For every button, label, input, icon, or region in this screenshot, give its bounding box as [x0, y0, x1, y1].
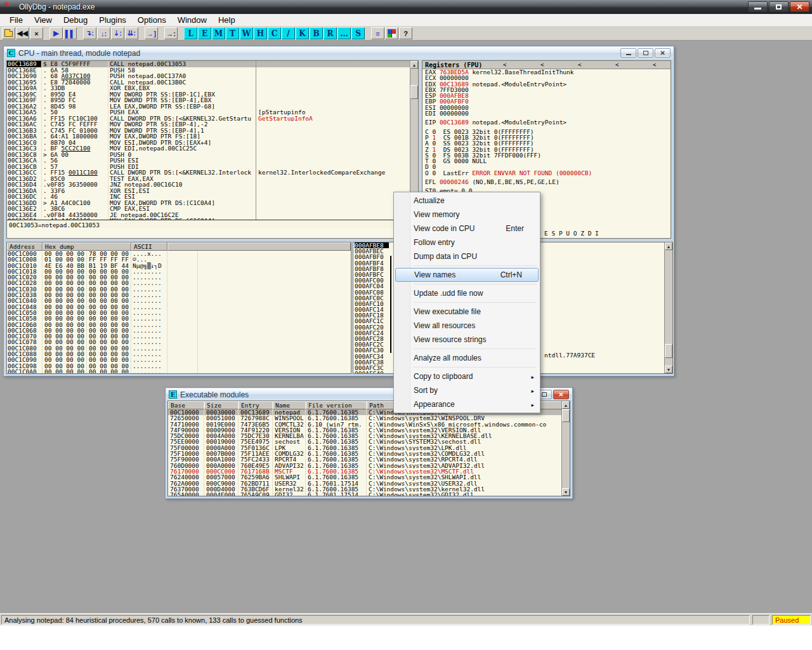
disasm-row[interactable]: 00C136C3. BF 5CC2C100MOV EDI,notepad.00C…: [7, 145, 418, 152]
disasm-row[interactable]: 00C136D2. 85C0TEST EAX,EAX: [7, 176, 418, 182]
patches-window-button[interactable]: /: [282, 27, 295, 39]
cpu-restore-button[interactable]: [638, 48, 653, 58]
cpu-window-titlebar[interactable]: C CPU - main thread, module notepad ✕: [4, 47, 673, 59]
modules-header-name[interactable]: Name: [273, 401, 306, 409]
scroll-up-icon[interactable]: ▲: [665, 242, 672, 250]
disasm-row[interactable]: 00C136E4.v0F84 44350000JE notepad.00C16C…: [7, 212, 418, 218]
menu-plugins[interactable]: Plugins: [93, 14, 132, 26]
animate-over-button[interactable]: ⇊:: [125, 27, 138, 39]
log-window-button[interactable]: L: [184, 27, 197, 39]
disasm-row[interactable]: 00C1369A. 33DBXOR EBX,EBX: [7, 85, 418, 91]
module-row[interactable]: 762A0000000C9000762BD711USER326.1.7601.1…: [168, 481, 570, 486]
register-line[interactable]: EAX 763BED5A kernel32.BaseThreadInitThun…: [422, 69, 671, 75]
disasm-row[interactable]: 00C13689$ E8 C5F9FFFFCALL notepad.00C130…: [7, 61, 418, 67]
execute-till-return-button[interactable]: →]: [145, 27, 158, 39]
register-line[interactable]: T 0 GS 0000 NULL: [422, 158, 671, 164]
menu-item-view-executable-file[interactable]: View executable file: [394, 305, 540, 319]
menu-item-appearance[interactable]: Appearance▸: [394, 397, 540, 411]
source-window-button[interactable]: S: [351, 27, 365, 39]
run-button[interactable]: ▶: [49, 27, 63, 39]
register-line[interactable]: EBP 000AFBF0: [422, 98, 671, 104]
module-row[interactable]: 74F900000000900074F91220VERSION6.1.7600.…: [168, 427, 570, 433]
disasm-row[interactable]: 00C136E2. 3BC6CMP EAX,ESI: [7, 206, 418, 212]
module-row[interactable]: 76170000000CC0007617168BMSCTF6.1.7600.16…: [168, 468, 570, 474]
stack-scrollbar[interactable]: ▲ ▼: [664, 242, 672, 373]
menu-item-view-all-resources[interactable]: View all resources: [394, 319, 540, 333]
appearance-grid-button[interactable]: [385, 27, 398, 39]
register-line[interactable]: ECX 00000000: [422, 75, 671, 81]
pause-button[interactable]: ▌▌: [63, 27, 77, 39]
register-line[interactable]: ESI 00000000: [422, 105, 671, 110]
register-line[interactable]: Z 1 DS 0023 32bit 0(FFFFFFFF): [422, 147, 671, 152]
disasm-row[interactable]: 00C136C0. 8B70 04MOV ESI,DWORD PTR DS:[E…: [7, 140, 418, 146]
disasm-row[interactable]: 00C1369C. 895D E4MOV DWORD PTR SS:[EBP-1…: [7, 91, 418, 98]
collapse-column-icon[interactable]: <: [578, 62, 581, 68]
breakpoints-window-button[interactable]: B: [310, 27, 323, 39]
disasm-row[interactable]: 00C136DA. 33F6XOR ESI,ESI: [7, 188, 418, 194]
disasm-row[interactable]: 00C13695. E8 72040000CALL notepad.00C13B…: [7, 79, 418, 86]
disasm-row[interactable]: 00C136BA. 64:A1 1800000MOV EAX,DWORD PTR…: [7, 133, 418, 140]
handles-window-button[interactable]: H: [254, 27, 267, 39]
close-button[interactable]: ✕: [790, 1, 809, 12]
disasm-row[interactable]: 00C136CB. 57PUSH EDI: [7, 164, 418, 170]
register-line[interactable]: O 0 LastErr ERROR_ENVVAR_NOT_FOUND (0000…: [422, 170, 671, 176]
disasm-row[interactable]: 00C136CC. FF15 0011C100CALL DWORD PTR DS…: [7, 169, 418, 176]
register-line[interactable]: EIP 00C13689 notepad.<ModuleEntryPoint>: [422, 119, 671, 125]
register-line[interactable]: A 0 SS 0023 32bit 0(FFFFFFFF): [422, 140, 671, 146]
disasm-row[interactable]: 00C1368E. 6A 58PUSH 58: [7, 67, 418, 74]
hex-dump-pane[interactable]: Address Hex dump ASCII 00C1C00000 00 00 …: [6, 242, 351, 374]
menu-item-sort-by[interactable]: Sort by▸: [394, 383, 540, 397]
restart-button[interactable]: ◀◀: [16, 27, 29, 39]
register-line[interactable]: EBX 7FFD3000: [422, 87, 671, 93]
menu-item-copy-to-clipboard[interactable]: Copy to clipboard▸: [394, 369, 540, 383]
disasm-row[interactable]: 00C136AC. C745 FC FEFFFMOV DWORD PTR SS:…: [7, 121, 418, 128]
register-line[interactable]: EDX 00C13689 notepad.<ModuleEntryPoint>: [422, 81, 671, 87]
close-program-button[interactable]: ×: [30, 27, 43, 39]
step-into-button[interactable]: ↴:: [83, 27, 96, 39]
register-line[interactable]: EDI 00000000: [422, 110, 671, 116]
help-button[interactable]: ?: [399, 27, 412, 39]
menu-options[interactable]: Options: [132, 14, 172, 26]
references-window-button[interactable]: R: [324, 27, 337, 39]
threads-window-button[interactable]: T: [226, 27, 239, 39]
module-row[interactable]: 75F000000000A00075F0136CLPK6.1.7600.1638…: [168, 445, 570, 451]
module-row[interactable]: 760D0000000A0000760E49E5ADVAPI326.1.7600…: [168, 463, 570, 468]
menu-item-view-names[interactable]: View namesCtrl+N: [395, 268, 539, 282]
module-row[interactable]: 747100000019E0007473E6B5COMCTL326.10 (wi…: [168, 421, 570, 427]
menu-window[interactable]: Window: [172, 14, 213, 26]
register-line[interactable]: EFL 00000246 (NO,NB,E,BE,NS,PE,GE,LE): [422, 179, 671, 185]
collapse-column-icon[interactable]: <: [615, 62, 619, 68]
disasm-row[interactable]: 00C136D4.v0F85 36350000JNZ notepad.00C16…: [7, 182, 418, 188]
module-row[interactable]: 765A00000004E000765A9C09GDI326.1.7601.17…: [168, 492, 570, 496]
call-stack-window-button[interactable]: K: [296, 27, 309, 39]
menu-item-dump-data-in-cpu[interactable]: Dump data in CPU: [394, 249, 540, 263]
cpu-window-button[interactable]: C: [268, 27, 281, 39]
collapse-column-icon[interactable]: <: [503, 62, 506, 68]
modules-header-base[interactable]: Base: [168, 401, 204, 409]
modules-header-size[interactable]: Size: [204, 401, 239, 409]
menu-item-update-udd-file-now[interactable]: Update .udd file now: [394, 286, 540, 300]
menu-item-follow-entry[interactable]: Follow entry: [394, 235, 540, 249]
windows-window-button[interactable]: W: [240, 27, 253, 39]
module-row[interactable]: 75EE00000001900075EE4975sechost6.1.7600.…: [168, 439, 570, 444]
dump-row[interactable]: 00C1C0A000 00 00 0000 00 00 00........: [7, 369, 351, 374]
scroll-up-icon[interactable]: ▲: [562, 401, 570, 409]
disasm-row[interactable]: 00C136DD> A1 A4C0C100MOV EAX,DWORD PTR D…: [7, 200, 418, 206]
register-line[interactable]: S 0 FS 003B 32bit 7FFDF000(FFF): [422, 152, 671, 158]
disasm-row[interactable]: 00C136DC. 46INC ESI: [7, 194, 418, 200]
register-line[interactable]: C 0 ES 0023 32bit 0(FFFFFFFF): [422, 129, 671, 135]
disasm-row[interactable]: 00C136C8> 6A 00PUSH 0: [7, 152, 418, 158]
disasm-row[interactable]: 00C136A2. 8D45 98LEA EAX,DWORD PTR SS:[E…: [7, 103, 418, 110]
disasm-row[interactable]: 00C136A6. FF15 FC10C100CALL DWORD PTR DS…: [7, 116, 418, 122]
options-list-button[interactable]: ≡: [371, 27, 384, 39]
open-file-button[interactable]: [2, 27, 15, 39]
module-row[interactable]: 76370000000D4000763BCD6Fkernel326.1.7600…: [168, 486, 570, 492]
disasm-row[interactable]: 00C13690. 68 A037C100PUSH notepad.00C137…: [7, 73, 418, 79]
animate-into-button[interactable]: ⇣:: [111, 27, 124, 39]
disassembly-pane[interactable]: 00C13689$ E8 C5F9FFFFCALL notepad.00C130…: [6, 60, 419, 239]
module-row[interactable]: 75F90000000A100075FC2433RPCRT46.1.7600.1…: [168, 456, 570, 462]
modules-header-entry[interactable]: Entry: [239, 401, 273, 409]
step-over-button[interactable]: ↓:: [97, 27, 110, 39]
scroll-down-icon[interactable]: ▼: [665, 366, 672, 373]
menu-item-analyze-all-modules[interactable]: Analyze all modules: [394, 351, 540, 365]
